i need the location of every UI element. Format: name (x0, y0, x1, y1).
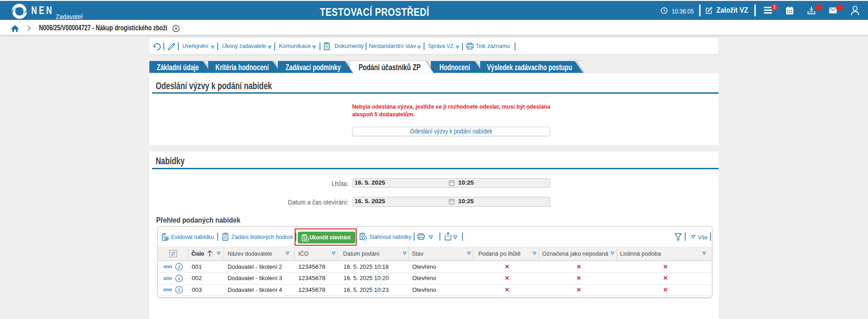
svg-text:Podání účastníků ZP: Podání účastníků ZP (359, 63, 421, 72)
svg-text:Kritéria hodnocení: Kritéria hodnocení (215, 63, 269, 72)
svg-text:i: i (178, 276, 180, 281)
svg-text:Hodnocení: Hodnocení (439, 63, 471, 72)
svg-text:Základní údaje: Základní údaje (157, 63, 199, 72)
svg-text:Výsledek zadávacího postupu: Výsledek zadávacího postupu (487, 63, 572, 72)
svg-text:Zadávací podmínky: Zadávací podmínky (286, 63, 341, 72)
svg-text:i: i (178, 287, 180, 293)
svg-text:i: i (178, 264, 180, 270)
